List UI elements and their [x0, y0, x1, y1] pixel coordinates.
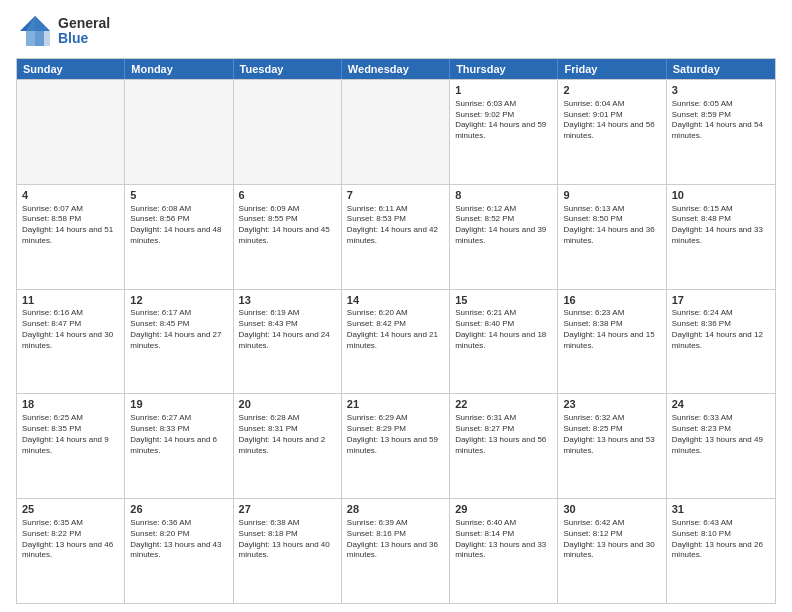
- cell-info: Sunrise: 6:32 AMSunset: 8:25 PMDaylight:…: [563, 413, 660, 456]
- day-number: 2: [563, 83, 660, 98]
- day-number: 26: [130, 502, 227, 517]
- calendar-cell: 31Sunrise: 6:43 AMSunset: 8:10 PMDayligh…: [667, 499, 775, 603]
- day-number: 11: [22, 293, 119, 308]
- day-number: 6: [239, 188, 336, 203]
- calendar: SundayMondayTuesdayWednesdayThursdayFrid…: [16, 58, 776, 604]
- calendar-cell: 14Sunrise: 6:20 AMSunset: 8:42 PMDayligh…: [342, 290, 450, 394]
- calendar-cell: 18Sunrise: 6:25 AMSunset: 8:35 PMDayligh…: [17, 394, 125, 498]
- cell-info: Sunrise: 6:19 AMSunset: 8:43 PMDaylight:…: [239, 308, 336, 351]
- calendar-header: SundayMondayTuesdayWednesdayThursdayFrid…: [17, 59, 775, 79]
- day-number: 7: [347, 188, 444, 203]
- calendar-cell: [125, 80, 233, 184]
- cell-info: Sunrise: 6:23 AMSunset: 8:38 PMDaylight:…: [563, 308, 660, 351]
- cell-info: Sunrise: 6:31 AMSunset: 8:27 PMDaylight:…: [455, 413, 552, 456]
- day-number: 14: [347, 293, 444, 308]
- cell-info: Sunrise: 6:15 AMSunset: 8:48 PMDaylight:…: [672, 204, 770, 247]
- logo-general-text: General: [58, 16, 110, 31]
- calendar-row-3: 18Sunrise: 6:25 AMSunset: 8:35 PMDayligh…: [17, 393, 775, 498]
- cell-info: Sunrise: 6:12 AMSunset: 8:52 PMDaylight:…: [455, 204, 552, 247]
- calendar-cell: 13Sunrise: 6:19 AMSunset: 8:43 PMDayligh…: [234, 290, 342, 394]
- calendar-cell: 20Sunrise: 6:28 AMSunset: 8:31 PMDayligh…: [234, 394, 342, 498]
- header-cell-monday: Monday: [125, 59, 233, 79]
- cell-info: Sunrise: 6:33 AMSunset: 8:23 PMDaylight:…: [672, 413, 770, 456]
- calendar-body: 1Sunrise: 6:03 AMSunset: 9:02 PMDaylight…: [17, 79, 775, 603]
- calendar-cell: 9Sunrise: 6:13 AMSunset: 8:50 PMDaylight…: [558, 185, 666, 289]
- cell-info: Sunrise: 6:09 AMSunset: 8:55 PMDaylight:…: [239, 204, 336, 247]
- cell-info: Sunrise: 6:05 AMSunset: 8:59 PMDaylight:…: [672, 99, 770, 142]
- cell-info: Sunrise: 6:27 AMSunset: 8:33 PMDaylight:…: [130, 413, 227, 456]
- day-number: 4: [22, 188, 119, 203]
- cell-info: Sunrise: 6:24 AMSunset: 8:36 PMDaylight:…: [672, 308, 770, 351]
- day-number: 5: [130, 188, 227, 203]
- calendar-cell: 17Sunrise: 6:24 AMSunset: 8:36 PMDayligh…: [667, 290, 775, 394]
- day-number: 27: [239, 502, 336, 517]
- page: General Blue SundayMondayTuesdayWednesda…: [0, 0, 792, 612]
- day-number: 30: [563, 502, 660, 517]
- cell-info: Sunrise: 6:39 AMSunset: 8:16 PMDaylight:…: [347, 518, 444, 561]
- calendar-cell: 22Sunrise: 6:31 AMSunset: 8:27 PMDayligh…: [450, 394, 558, 498]
- calendar-cell: 30Sunrise: 6:42 AMSunset: 8:12 PMDayligh…: [558, 499, 666, 603]
- calendar-cell: 12Sunrise: 6:17 AMSunset: 8:45 PMDayligh…: [125, 290, 233, 394]
- logo-icon: [16, 12, 54, 50]
- calendar-cell: 27Sunrise: 6:38 AMSunset: 8:18 PMDayligh…: [234, 499, 342, 603]
- day-number: 28: [347, 502, 444, 517]
- calendar-cell: 25Sunrise: 6:35 AMSunset: 8:22 PMDayligh…: [17, 499, 125, 603]
- calendar-cell: [234, 80, 342, 184]
- calendar-row-0: 1Sunrise: 6:03 AMSunset: 9:02 PMDaylight…: [17, 79, 775, 184]
- logo-text: General Blue: [58, 16, 110, 47]
- calendar-cell: 19Sunrise: 6:27 AMSunset: 8:33 PMDayligh…: [125, 394, 233, 498]
- calendar-row-4: 25Sunrise: 6:35 AMSunset: 8:22 PMDayligh…: [17, 498, 775, 603]
- header: General Blue: [16, 12, 776, 50]
- day-number: 22: [455, 397, 552, 412]
- cell-info: Sunrise: 6:38 AMSunset: 8:18 PMDaylight:…: [239, 518, 336, 561]
- day-number: 3: [672, 83, 770, 98]
- calendar-cell: 1Sunrise: 6:03 AMSunset: 9:02 PMDaylight…: [450, 80, 558, 184]
- day-number: 12: [130, 293, 227, 308]
- header-cell-sunday: Sunday: [17, 59, 125, 79]
- day-number: 13: [239, 293, 336, 308]
- day-number: 17: [672, 293, 770, 308]
- header-cell-saturday: Saturday: [667, 59, 775, 79]
- cell-info: Sunrise: 6:35 AMSunset: 8:22 PMDaylight:…: [22, 518, 119, 561]
- cell-info: Sunrise: 6:42 AMSunset: 8:12 PMDaylight:…: [563, 518, 660, 561]
- calendar-cell: 15Sunrise: 6:21 AMSunset: 8:40 PMDayligh…: [450, 290, 558, 394]
- cell-info: Sunrise: 6:08 AMSunset: 8:56 PMDaylight:…: [130, 204, 227, 247]
- day-number: 29: [455, 502, 552, 517]
- calendar-row-1: 4Sunrise: 6:07 AMSunset: 8:58 PMDaylight…: [17, 184, 775, 289]
- calendar-cell: 16Sunrise: 6:23 AMSunset: 8:38 PMDayligh…: [558, 290, 666, 394]
- cell-info: Sunrise: 6:04 AMSunset: 9:01 PMDaylight:…: [563, 99, 660, 142]
- day-number: 15: [455, 293, 552, 308]
- calendar-cell: 3Sunrise: 6:05 AMSunset: 8:59 PMDaylight…: [667, 80, 775, 184]
- day-number: 10: [672, 188, 770, 203]
- calendar-cell: 2Sunrise: 6:04 AMSunset: 9:01 PMDaylight…: [558, 80, 666, 184]
- cell-info: Sunrise: 6:28 AMSunset: 8:31 PMDaylight:…: [239, 413, 336, 456]
- day-number: 19: [130, 397, 227, 412]
- calendar-cell: 10Sunrise: 6:15 AMSunset: 8:48 PMDayligh…: [667, 185, 775, 289]
- cell-info: Sunrise: 6:17 AMSunset: 8:45 PMDaylight:…: [130, 308, 227, 351]
- calendar-cell: 11Sunrise: 6:16 AMSunset: 8:47 PMDayligh…: [17, 290, 125, 394]
- cell-info: Sunrise: 6:16 AMSunset: 8:47 PMDaylight:…: [22, 308, 119, 351]
- header-cell-friday: Friday: [558, 59, 666, 79]
- cell-info: Sunrise: 6:25 AMSunset: 8:35 PMDaylight:…: [22, 413, 119, 456]
- cell-info: Sunrise: 6:11 AMSunset: 8:53 PMDaylight:…: [347, 204, 444, 247]
- day-number: 16: [563, 293, 660, 308]
- header-cell-tuesday: Tuesday: [234, 59, 342, 79]
- day-number: 1: [455, 83, 552, 98]
- calendar-cell: 5Sunrise: 6:08 AMSunset: 8:56 PMDaylight…: [125, 185, 233, 289]
- calendar-cell: 6Sunrise: 6:09 AMSunset: 8:55 PMDaylight…: [234, 185, 342, 289]
- day-number: 21: [347, 397, 444, 412]
- calendar-cell: 24Sunrise: 6:33 AMSunset: 8:23 PMDayligh…: [667, 394, 775, 498]
- calendar-cell: [17, 80, 125, 184]
- day-number: 20: [239, 397, 336, 412]
- calendar-cell: 7Sunrise: 6:11 AMSunset: 8:53 PMDaylight…: [342, 185, 450, 289]
- calendar-cell: [342, 80, 450, 184]
- cell-info: Sunrise: 6:43 AMSunset: 8:10 PMDaylight:…: [672, 518, 770, 561]
- logo: General Blue: [16, 12, 110, 50]
- cell-info: Sunrise: 6:20 AMSunset: 8:42 PMDaylight:…: [347, 308, 444, 351]
- cell-info: Sunrise: 6:40 AMSunset: 8:14 PMDaylight:…: [455, 518, 552, 561]
- header-cell-wednesday: Wednesday: [342, 59, 450, 79]
- day-number: 31: [672, 502, 770, 517]
- calendar-cell: 28Sunrise: 6:39 AMSunset: 8:16 PMDayligh…: [342, 499, 450, 603]
- calendar-cell: 26Sunrise: 6:36 AMSunset: 8:20 PMDayligh…: [125, 499, 233, 603]
- cell-info: Sunrise: 6:03 AMSunset: 9:02 PMDaylight:…: [455, 99, 552, 142]
